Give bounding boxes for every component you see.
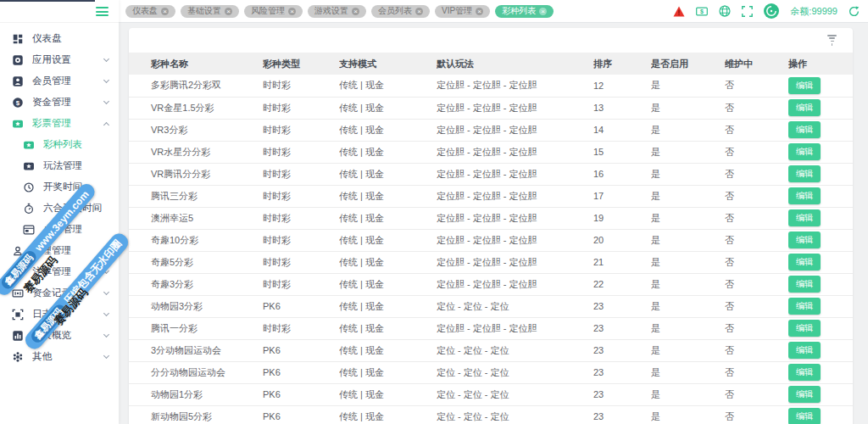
cell-enabled: 是 bbox=[651, 141, 725, 163]
edit-button[interactable]: 编辑 bbox=[788, 254, 821, 271]
chevron-icon bbox=[103, 55, 109, 61]
cell-maintain: 否 bbox=[725, 141, 788, 163]
table-row: 动物园3分彩 PK6 传统 | 现金 定位 - 定位 - 定位 23 是 否 编… bbox=[129, 295, 853, 317]
tab-close-icon[interactable]: × bbox=[352, 8, 359, 15]
cell-play: 定位胆 - 定位胆 - 定位胆 bbox=[437, 273, 593, 295]
hamburger-menu-icon[interactable] bbox=[96, 7, 108, 19]
sidebar-item-log[interactable]: 日志记录 bbox=[0, 304, 119, 325]
cell-maintain: 否 bbox=[725, 119, 788, 141]
sidebar-item-label: 资金记录 bbox=[32, 287, 104, 299]
nav-tab-label: 游戏设置 bbox=[314, 5, 348, 17]
edit-button[interactable]: 编辑 bbox=[788, 77, 821, 94]
edit-button[interactable]: 编辑 bbox=[788, 320, 821, 337]
cell-play: 定位胆 - 定位胆 - 定位胆 bbox=[437, 185, 593, 207]
table-row: VR3分彩 时时彩 传统 | 现金 定位胆 - 定位胆 - 定位胆 14 是 否… bbox=[129, 119, 853, 141]
tab-close-icon[interactable]: × bbox=[288, 8, 296, 15]
filter-icon[interactable] bbox=[825, 32, 839, 47]
sidebar-item-ticket[interactable]: 彩种列表 bbox=[0, 134, 119, 155]
cell-sort: 21 bbox=[593, 251, 651, 273]
sidebar-item-chart[interactable]: 报表概览 bbox=[0, 325, 119, 346]
sidebar-item-ticket[interactable]: 彩票管理 bbox=[0, 113, 119, 134]
nav-tab[interactable]: 风险管理 × bbox=[244, 5, 303, 18]
cell-maintain: 否 bbox=[725, 339, 788, 361]
cell-sort: 19 bbox=[593, 207, 651, 229]
cell-type: 时时彩 bbox=[263, 317, 339, 339]
nav-tab[interactable]: 游戏设置 × bbox=[308, 5, 366, 18]
cell-play: 定位胆 - 定位胆 - 定位胆 bbox=[437, 229, 593, 251]
refresh-icon[interactable] bbox=[849, 6, 860, 17]
edit-button[interactable]: 编辑 bbox=[788, 408, 821, 424]
sidebar-item-gear[interactable]: 应用设置 bbox=[0, 49, 119, 70]
cell-type: 时时彩 bbox=[263, 97, 339, 119]
sidebar-item-label: 彩种列表 bbox=[43, 138, 108, 151]
nav-tab[interactable]: 基础设置 × bbox=[181, 5, 239, 18]
table-row: 奇趣3分彩 时时彩 传统 | 现金 定位胆 - 定位胆 - 定位胆 22 是 否… bbox=[129, 273, 853, 295]
nav-tab-label: VIP管理 bbox=[442, 5, 472, 17]
tab-close-icon[interactable]: × bbox=[476, 8, 483, 15]
cell-maintain: 否 bbox=[725, 75, 788, 97]
user-icon bbox=[12, 75, 24, 87]
sidebar-item-ticket[interactable]: 玩法管理 bbox=[0, 155, 119, 176]
content-area: 彩种名称 彩种类型 支持模式 默认玩法 排序 是否启用 维护中 操作 多彩腾讯2… bbox=[119, 23, 868, 424]
sidebar-item-doc[interactable]: 注单管理 bbox=[0, 261, 119, 282]
edit-button[interactable]: 编辑 bbox=[788, 121, 821, 138]
edit-button[interactable]: 编辑 bbox=[788, 99, 821, 116]
cell-enabled: 是 bbox=[651, 317, 725, 339]
cell-sort: 23 bbox=[593, 339, 651, 361]
cell-mode: 传统 | 现金 bbox=[339, 251, 437, 273]
table-row: VR金星1.5分彩 时时彩 传统 | 现金 定位胆 - 定位胆 - 定位胆 13… bbox=[129, 97, 853, 119]
record-icon bbox=[12, 287, 24, 299]
cell-maintain: 否 bbox=[725, 405, 788, 424]
cell-type: 时时彩 bbox=[263, 141, 339, 163]
edit-button[interactable]: 编辑 bbox=[788, 232, 821, 248]
edit-button[interactable]: 编辑 bbox=[788, 386, 821, 403]
sidebar-item-stopwatch[interactable]: 六合开奖时间 bbox=[0, 198, 119, 219]
fullscreen-icon[interactable] bbox=[742, 6, 753, 17]
cell-play: 定位胆 - 定位胆 - 定位胆 bbox=[437, 141, 593, 163]
globe-icon[interactable] bbox=[719, 5, 731, 17]
sidebar-item-clock[interactable]: 开奖时间 bbox=[0, 176, 119, 198]
edit-button[interactable]: 编辑 bbox=[788, 298, 821, 315]
sidebar-item-misc[interactable]: 其他 bbox=[0, 346, 119, 367]
sidebar-item-window[interactable]: 桌面管理 bbox=[0, 219, 119, 240]
cell-play: 定位胆 - 定位胆 - 定位胆 bbox=[437, 251, 593, 273]
cell-enabled: 是 bbox=[651, 405, 725, 424]
avatar[interactable] bbox=[764, 3, 779, 19]
edit-button[interactable]: 编辑 bbox=[788, 187, 821, 204]
chevron-icon bbox=[103, 76, 109, 82]
edit-button[interactable]: 编辑 bbox=[788, 276, 821, 293]
sidebar-item-label: 彩票管理 bbox=[32, 117, 104, 130]
banknote-icon[interactable]: $ bbox=[696, 6, 708, 17]
cell-mode: 传统 | 现金 bbox=[339, 339, 437, 361]
nav-tab[interactable]: 彩种列表 × bbox=[495, 5, 554, 18]
tab-close-icon[interactable]: × bbox=[161, 8, 169, 15]
sidebar-item-record[interactable]: 资金记录 bbox=[0, 282, 119, 304]
nav-tab[interactable]: 仪表盘 × bbox=[125, 5, 175, 18]
chevron-icon bbox=[103, 98, 109, 103]
sidebar-item-dashboard[interactable]: 仪表盘 bbox=[0, 28, 119, 49]
nav-tab[interactable]: VIP管理 × bbox=[435, 5, 490, 18]
cell-mode: 传统 | 现金 bbox=[339, 383, 437, 405]
table-row: VR水星分分彩 时时彩 传统 | 现金 定位胆 - 定位胆 - 定位胆 15 是… bbox=[129, 141, 853, 163]
chevron-icon bbox=[103, 288, 109, 294]
edit-button[interactable]: 编辑 bbox=[788, 165, 821, 182]
sidebar-item-agent[interactable]: 代理管理 bbox=[0, 240, 119, 261]
nav-tab[interactable]: 会员列表 × bbox=[371, 5, 430, 18]
warning-icon[interactable] bbox=[673, 6, 685, 17]
edit-button[interactable]: 编辑 bbox=[788, 209, 821, 226]
balance-text: 余额:99999 bbox=[790, 5, 837, 18]
cell-play: 定位 - 定位 - 定位 bbox=[437, 383, 593, 405]
sidebar-item-money[interactable]: 资金管理 bbox=[0, 92, 119, 113]
edit-button[interactable]: 编辑 bbox=[788, 364, 821, 381]
tab-close-icon[interactable]: × bbox=[225, 8, 232, 15]
sidebar-item-user[interactable]: 会员管理 bbox=[0, 70, 119, 92]
cell-mode: 传统 | 现金 bbox=[339, 185, 437, 207]
edit-button[interactable]: 编辑 bbox=[788, 342, 821, 359]
column-header-maintain: 维护中 bbox=[725, 53, 788, 75]
tab-close-icon[interactable]: × bbox=[539, 8, 547, 15]
sidebar-item-label: 注单管理 bbox=[32, 265, 104, 278]
nav-tab-label: 基础设置 bbox=[187, 5, 221, 17]
tab-close-icon[interactable]: × bbox=[415, 8, 423, 15]
edit-button[interactable]: 编辑 bbox=[788, 143, 821, 160]
table-row: 奇趣10分彩 时时彩 传统 | 现金 定位胆 - 定位胆 - 定位胆 20 是 … bbox=[129, 229, 853, 251]
